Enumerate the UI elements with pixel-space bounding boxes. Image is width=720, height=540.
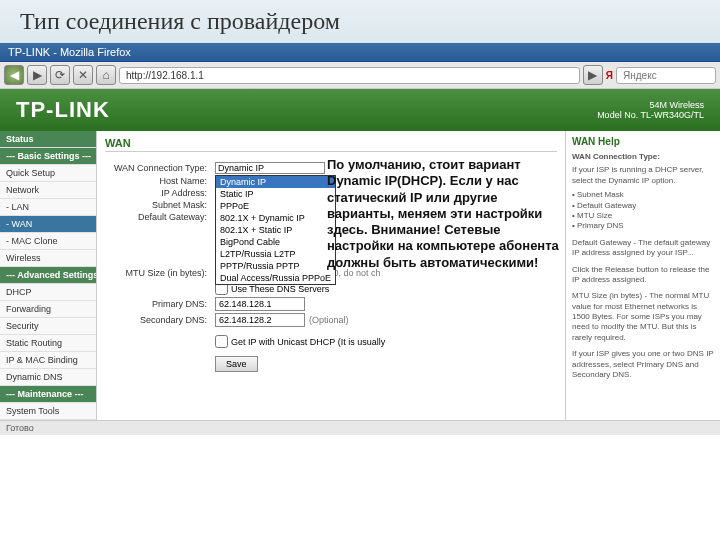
browser-titlebar: TP-LINK - Mozilla Firefox bbox=[0, 43, 720, 62]
nav-item[interactable]: Static Routing bbox=[0, 335, 96, 352]
nav-item[interactable]: System Tools bbox=[0, 403, 96, 420]
search-input[interactable] bbox=[616, 67, 716, 84]
sidebar-nav: Status--- Basic Settings ---Quick SetupN… bbox=[0, 131, 97, 420]
forward-icon[interactable]: ▶ bbox=[27, 65, 47, 85]
ip-label: IP Address: bbox=[105, 188, 215, 198]
dropdown-option[interactable]: Dynamic IP bbox=[216, 176, 335, 188]
help-item: • MTU Size bbox=[572, 211, 714, 221]
reload-icon[interactable]: ⟳ bbox=[50, 65, 70, 85]
main-content: WAN WAN Connection Type: Dynamic IP Dyna… bbox=[97, 131, 565, 420]
nav-item: --- Maintenance --- bbox=[0, 386, 96, 403]
yandex-icon: Я bbox=[606, 70, 613, 81]
browser-status: Готово bbox=[0, 420, 720, 435]
slide-title: Тип соединения с провайдером bbox=[0, 0, 720, 43]
primary-dns-label: Primary DNS: bbox=[105, 299, 215, 309]
unicast-label: Get IP with Unicast DHCP (It is usually bbox=[231, 337, 385, 347]
save-button[interactable]: Save bbox=[215, 356, 258, 372]
help-subtitle: WAN Connection Type: bbox=[572, 152, 714, 162]
dropdown-option[interactable]: 802.1X + Static IP bbox=[216, 224, 335, 236]
slide-annotation: По умолчанию, стоит вариант Dynamic IP(D… bbox=[327, 157, 567, 271]
browser-toolbar: ◀ ▶ ⟳ ✕ ⌂ ▶ Я bbox=[0, 62, 720, 89]
router-header: TP-LINK 54M Wireless Model No. TL-WR340G… bbox=[0, 89, 720, 131]
back-icon[interactable]: ◀ bbox=[4, 65, 24, 85]
secondary-dns-hint: (Optional) bbox=[309, 315, 349, 325]
nav-item[interactable]: Wireless bbox=[0, 250, 96, 267]
secondary-dns-label: Secondary DNS: bbox=[105, 315, 215, 325]
nav-item[interactable]: - LAN bbox=[0, 199, 96, 216]
unicast-checkbox[interactable] bbox=[215, 335, 228, 348]
nav-item[interactable]: Quick Setup bbox=[0, 165, 96, 182]
nav-item: --- Basic Settings --- bbox=[0, 148, 96, 165]
subnet-label: Subnet Mask: bbox=[105, 200, 215, 210]
home-icon[interactable]: ⌂ bbox=[96, 65, 116, 85]
dropdown-option[interactable]: Dual Access/Russia PPPoE bbox=[216, 272, 335, 284]
manual-dns-label: Use These DNS Servers bbox=[231, 284, 329, 294]
dropdown-option[interactable]: PPPoE bbox=[216, 200, 335, 212]
nav-item[interactable]: Security bbox=[0, 318, 96, 335]
conn-type-select[interactable]: Dynamic IP bbox=[215, 162, 325, 174]
help-item: • Default Gateway bbox=[572, 201, 714, 211]
help-body3: Click the Release button to release the … bbox=[572, 265, 714, 286]
dropdown-option[interactable]: PPTP/Russia PPTP bbox=[216, 260, 335, 272]
help-title: WAN Help bbox=[572, 135, 714, 148]
gateway-label: Default Gateway: bbox=[105, 212, 215, 222]
nav-item[interactable]: - WAN bbox=[0, 216, 96, 233]
model-line2: Model No. TL-WR340G/TL bbox=[597, 110, 704, 120]
nav-item[interactable]: - MAC Clone bbox=[0, 233, 96, 250]
dropdown-option[interactable]: L2TP/Russia L2TP bbox=[216, 248, 335, 260]
help-item: • Subnet Mask bbox=[572, 190, 714, 200]
help-body4: MTU Size (in bytes) - The normal MTU val… bbox=[572, 291, 714, 343]
nav-item[interactable]: IP & MAC Binding bbox=[0, 352, 96, 369]
url-input[interactable] bbox=[119, 67, 580, 84]
help-body5: If your ISP gives you one or two DNS IP … bbox=[572, 349, 714, 380]
conn-type-dropdown[interactable]: Dynamic IPStatic IPPPPoE802.1X + Dynamic… bbox=[215, 175, 336, 285]
help-body2: Default Gateway - The default gateway IP… bbox=[572, 238, 714, 259]
primary-dns-input[interactable] bbox=[215, 297, 305, 311]
dropdown-option[interactable]: BigPond Cable bbox=[216, 236, 335, 248]
nav-item: Status bbox=[0, 131, 96, 148]
help-item: • Primary DNS bbox=[572, 221, 714, 231]
nav-item[interactable]: Dynamic DNS bbox=[0, 369, 96, 386]
help-panel: WAN Help WAN Connection Type: If your IS… bbox=[565, 131, 720, 420]
page-title: WAN bbox=[105, 135, 557, 152]
nav-item[interactable]: Network bbox=[0, 182, 96, 199]
conn-type-label: WAN Connection Type: bbox=[105, 163, 215, 173]
host-label: Host Name: bbox=[105, 176, 215, 186]
nav-item[interactable]: DHCP bbox=[0, 284, 96, 301]
stop-icon[interactable]: ✕ bbox=[73, 65, 93, 85]
tp-link-logo: TP-LINK bbox=[16, 97, 110, 123]
dropdown-option[interactable]: 802.1X + Dynamic IP bbox=[216, 212, 335, 224]
mtu-label: MTU Size (in bytes): bbox=[105, 268, 215, 278]
nav-item: --- Advanced Settings --- bbox=[0, 267, 96, 284]
nav-item[interactable]: Forwarding bbox=[0, 301, 96, 318]
go-icon[interactable]: ▶ bbox=[583, 65, 603, 85]
model-line1: 54M Wireless bbox=[597, 100, 704, 110]
dropdown-option[interactable]: Static IP bbox=[216, 188, 335, 200]
secondary-dns-input[interactable] bbox=[215, 313, 305, 327]
model-info: 54M Wireless Model No. TL-WR340G/TL bbox=[597, 100, 704, 120]
help-body1: If your ISP is running a DHCP server, se… bbox=[572, 165, 714, 186]
